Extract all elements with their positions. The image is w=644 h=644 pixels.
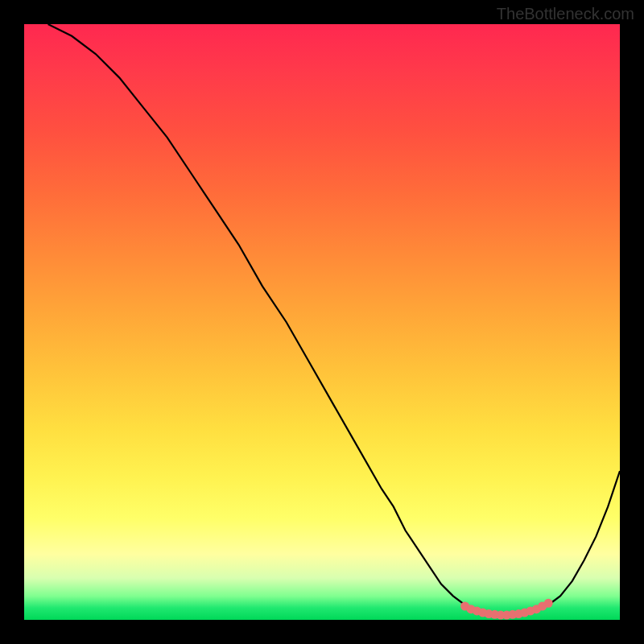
- optimal-markers: [460, 599, 553, 620]
- watermark-text: TheBottleneck.com: [497, 5, 634, 23]
- plot-area: [24, 24, 620, 620]
- bottleneck-curve: [48, 24, 620, 615]
- chart-svg: [24, 24, 620, 620]
- optimal-marker: [544, 599, 553, 608]
